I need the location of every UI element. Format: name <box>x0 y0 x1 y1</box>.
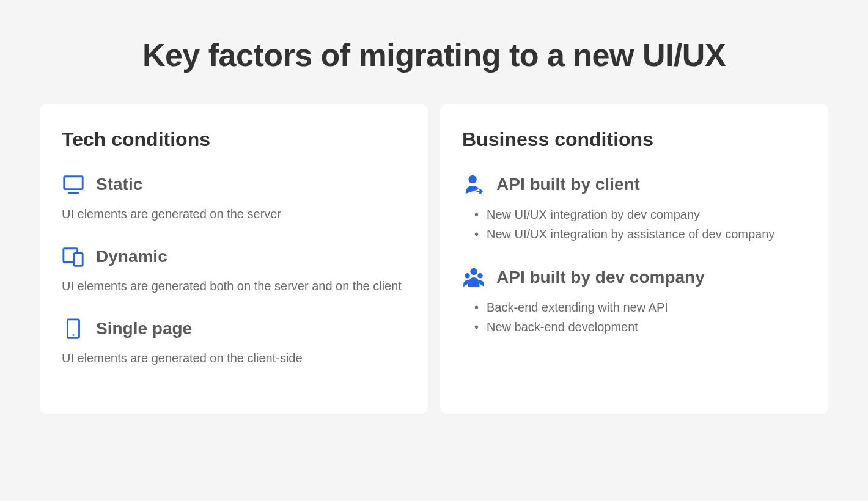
card-business-conditions: Business conditions API built by client … <box>440 104 828 414</box>
svg-rect-3 <box>74 253 83 266</box>
devices-icon <box>62 245 85 268</box>
group-icon <box>462 266 485 289</box>
svg-point-8 <box>465 273 470 279</box>
card-title-tech: Tech conditions <box>62 128 406 151</box>
monitor-icon <box>62 173 85 196</box>
tablet-icon <box>62 317 85 340</box>
item-title-dynamic: Dynamic <box>96 247 167 266</box>
bullets-api-client: New UI/UX integration by dev company New… <box>462 205 806 244</box>
person-arrow-icon <box>462 173 485 196</box>
columns-container: Tech conditions Static UI elements are g… <box>40 104 828 414</box>
list-item: New back-end development <box>474 317 806 337</box>
list-item: New UI/UX integration by dev company <box>474 205 806 224</box>
item-dynamic: Dynamic UI elements are generated both o… <box>62 245 406 295</box>
bullets-api-dev-company: Back-end extending with new API New back… <box>462 298 806 337</box>
svg-point-5 <box>73 334 75 336</box>
svg-rect-0 <box>64 177 83 189</box>
item-static: Static UI elements are generated on the … <box>62 173 406 223</box>
page-title: Key factors of migrating to a new UI/UX <box>40 37 828 73</box>
item-api-client: API built by client New UI/UX integratio… <box>462 173 806 244</box>
item-title-api-client: API built by client <box>496 175 640 194</box>
item-title-api-dev-company: API built by dev company <box>496 268 705 287</box>
item-api-dev-company: API built by dev company Back-end extend… <box>462 266 806 337</box>
item-title-static: Static <box>96 175 142 194</box>
svg-point-7 <box>470 268 477 275</box>
svg-point-9 <box>477 273 483 279</box>
item-desc-single-page: UI elements are generated on the client-… <box>62 349 406 367</box>
item-title-single-page: Single page <box>96 319 192 338</box>
svg-point-6 <box>468 175 476 183</box>
list-item: Back-end extending with new API <box>474 298 806 317</box>
list-item: New UI/UX integration by assistance of d… <box>474 224 806 244</box>
card-tech-conditions: Tech conditions Static UI elements are g… <box>40 104 428 414</box>
item-desc-static: UI elements are generated on the server <box>62 205 406 223</box>
item-desc-dynamic: UI elements are generated both on the se… <box>62 277 406 295</box>
item-single-page: Single page UI elements are generated on… <box>62 317 406 367</box>
card-title-business: Business conditions <box>462 128 806 151</box>
